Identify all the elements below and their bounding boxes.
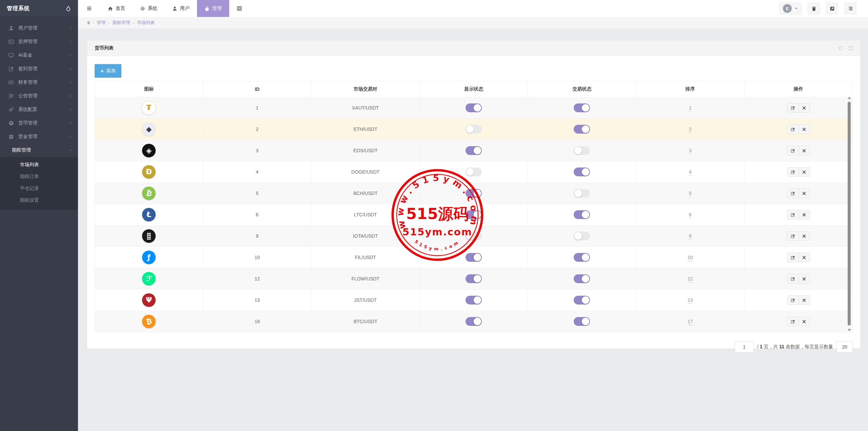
- show-toggle[interactable]: [466, 274, 482, 283]
- sidebar-item-option-orders[interactable]: 期权订单: [0, 171, 78, 182]
- delete-button[interactable]: [798, 210, 810, 219]
- trade-toggle[interactable]: [574, 168, 590, 176]
- sidebar-item-ai-fund[interactable]: AI基金: [0, 48, 78, 62]
- delete-button[interactable]: [798, 125, 810, 134]
- edit-button[interactable]: [787, 103, 798, 112]
- sidebar-item-users[interactable]: 用户管理: [0, 21, 78, 35]
- delete-button[interactable]: [798, 317, 810, 326]
- delete-button[interactable]: [798, 232, 810, 240]
- trash-button[interactable]: [808, 2, 820, 15]
- sidebar-group-options[interactable]: 期权管理: [0, 143, 78, 157]
- show-toggle[interactable]: [466, 253, 482, 262]
- sidebar-item-market-list[interactable]: 市场列表: [0, 159, 78, 171]
- edit-button[interactable]: [787, 232, 798, 240]
- sort-link[interactable]: 17: [688, 319, 693, 325]
- sidebar-item-currency[interactable]: P 货币管理: [0, 116, 78, 130]
- refresh-icon[interactable]: [838, 46, 843, 51]
- sort-link[interactable]: 9: [689, 233, 692, 240]
- show-toggle[interactable]: [466, 146, 482, 155]
- page-input[interactable]: [735, 341, 754, 353]
- scroll-up-arrow[interactable]: [848, 97, 851, 99]
- edit-button[interactable]: [787, 168, 798, 176]
- delete-button[interactable]: [798, 168, 810, 176]
- sidebar-item-sysconfig[interactable]: 系统配置: [0, 103, 78, 116]
- edit-button[interactable]: [787, 146, 798, 155]
- sort-link[interactable]: 4: [689, 169, 692, 176]
- breadcrumb-link[interactable]: 市场列表: [137, 20, 155, 26]
- show-toggle[interactable]: [466, 189, 482, 198]
- sort-link[interactable]: 12: [688, 276, 693, 282]
- sort-link[interactable]: 13: [688, 297, 693, 304]
- trade-toggle[interactable]: [574, 189, 590, 198]
- page-size-input[interactable]: [836, 341, 853, 353]
- edit-button[interactable]: [787, 317, 798, 326]
- trade-toggle[interactable]: [574, 210, 590, 219]
- delete-button[interactable]: [798, 274, 810, 283]
- user-menu[interactable]: E: [779, 2, 802, 15]
- nav-item-system[interactable]: 系统: [133, 0, 165, 17]
- nav-item-admin[interactable]: 管理: [197, 0, 229, 17]
- edit-button[interactable]: [787, 189, 798, 198]
- sidebar-item-label: 签到管理: [18, 66, 68, 72]
- show-toggle[interactable]: [466, 317, 482, 326]
- show-toggle[interactable]: [466, 168, 482, 176]
- sort-link[interactable]: 2: [689, 126, 692, 133]
- add-button-label: 添加: [106, 68, 116, 74]
- trade-toggle[interactable]: [574, 317, 590, 326]
- sidebar-item-option-settings[interactable]: 期权设置: [0, 194, 78, 206]
- sidebar-item-pledge[interactable]: 质押管理: [0, 35, 78, 48]
- trade-toggle[interactable]: [574, 146, 590, 155]
- trade-toggle[interactable]: [574, 103, 590, 112]
- eth-coin-icon: ◆: [142, 122, 156, 136]
- trade-toggle[interactable]: [574, 232, 590, 240]
- breadcrumb-link[interactable]: 期权管理: [113, 20, 130, 26]
- sidebar-item-finance[interactable]: 财务管理: [0, 76, 78, 89]
- menu-list-button[interactable]: [844, 2, 856, 15]
- table-scrollbar[interactable]: [847, 97, 851, 331]
- trade-toggle[interactable]: [574, 274, 590, 283]
- topbar: 首页 系统 用户 管理 E: [78, 0, 868, 17]
- sort-link[interactable]: 5: [689, 191, 692, 197]
- location-pin-icon: [86, 21, 91, 25]
- sidebar-item-bounty[interactable]: 赏金管理: [0, 130, 78, 143]
- delete-button[interactable]: [798, 253, 810, 262]
- grid-icon[interactable]: [237, 6, 242, 11]
- show-toggle[interactable]: [466, 296, 482, 305]
- sort-link[interactable]: 10: [688, 255, 693, 261]
- fullscreen-icon[interactable]: [848, 46, 853, 51]
- delete-button[interactable]: [798, 146, 810, 155]
- trade-toggle[interactable]: [574, 125, 590, 134]
- sort-link[interactable]: 6: [689, 212, 692, 218]
- nav-item-home[interactable]: 首页: [100, 0, 133, 17]
- breadcrumb-link[interactable]: 管理: [97, 20, 105, 26]
- edit-button[interactable]: [787, 125, 798, 134]
- edit-button[interactable]: [787, 296, 798, 305]
- sidebar-item-notice[interactable]: 公告管理: [0, 89, 78, 103]
- delete-button[interactable]: [798, 103, 810, 112]
- nav-item-user[interactable]: 用户: [165, 0, 197, 17]
- row-id: 3: [203, 140, 311, 161]
- edit-button[interactable]: [787, 253, 798, 262]
- show-toggle[interactable]: [466, 103, 482, 112]
- show-toggle[interactable]: [466, 125, 482, 134]
- trade-toggle[interactable]: [574, 296, 590, 305]
- edit-button[interactable]: [787, 210, 798, 219]
- table-header-row: 图标ID市场交易对显示状态交易状态排序操作: [95, 81, 853, 97]
- sidebar-item-checkin[interactable]: 签到管理: [0, 62, 78, 76]
- trade-toggle[interactable]: [574, 253, 590, 262]
- show-toggle[interactable]: [466, 232, 482, 240]
- delete-button[interactable]: [798, 189, 810, 198]
- row-id: 4: [203, 161, 311, 183]
- scroll-down-arrow[interactable]: [848, 329, 851, 331]
- add-button[interactable]: + 添加: [95, 64, 121, 78]
- delete-button[interactable]: [798, 296, 810, 305]
- edit-button[interactable]: [787, 274, 798, 283]
- nav-item-label: 系统: [148, 5, 157, 12]
- external-link-button[interactable]: [826, 2, 838, 15]
- scrollbar-thumb[interactable]: [848, 102, 851, 326]
- sort-link[interactable]: 3: [689, 148, 692, 154]
- show-toggle[interactable]: [466, 210, 482, 219]
- sidebar-item-close-records[interactable]: 平仓记录: [0, 182, 78, 194]
- hamburger-icon[interactable]: [86, 6, 92, 11]
- sort-link[interactable]: 1: [689, 105, 692, 112]
